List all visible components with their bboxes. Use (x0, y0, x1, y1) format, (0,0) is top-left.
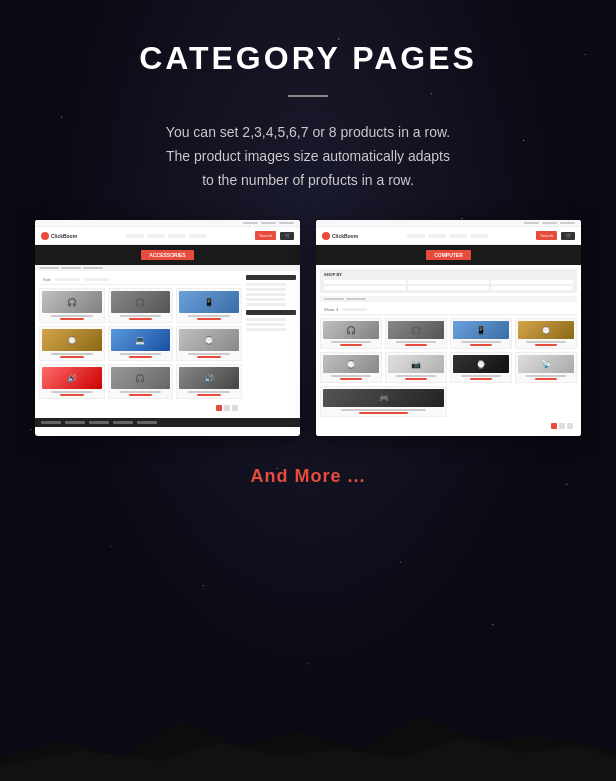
main-container: CATEGORY PAGES You can set 2,3,4,5,6,7 o… (0, 0, 616, 517)
description-text: You can set 2,3,4,5,6,7 or 8 products in… (166, 121, 450, 192)
screenshot-left: ClickBoom Search 🛒 ACCESSORIES (35, 220, 300, 436)
screenshots-row: ClickBoom Search 🛒 ACCESSORIES (30, 220, 586, 436)
page-title: CATEGORY PAGES (139, 40, 477, 77)
title-divider (288, 95, 328, 97)
screenshot-right: ClickBoom Search 🛒 COMPUTER (316, 220, 581, 436)
and-more-link[interactable]: And More ... (251, 466, 366, 487)
